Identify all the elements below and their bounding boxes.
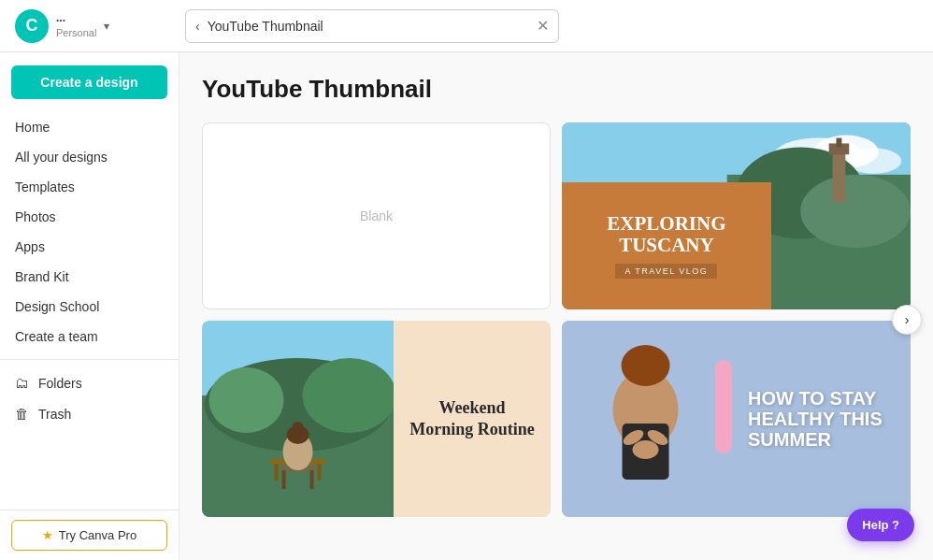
sidebar-item-photos[interactable]: Photos (0, 202, 179, 232)
search-input-value[interactable]: YouTube Thumbnail (208, 19, 529, 34)
sidebar-item-all-designs[interactable]: All your designs (0, 142, 179, 172)
sidebar-item-folders[interactable]: 🗂 Folders (0, 367, 179, 398)
healthy-bg-image (562, 321, 729, 517)
svg-point-23 (293, 422, 304, 433)
svg-point-6 (800, 175, 911, 249)
weekend-text-area: Weekend Morning Routine (394, 321, 551, 517)
weekend-thumbnail[interactable]: Weekend Morning Routine (202, 321, 551, 517)
healthy-title: HOW TO STAY HEALTHY THIS SUMMER (748, 388, 899, 450)
search-bar[interactable]: ‹ YouTube Thumbnail ✕ (185, 9, 559, 43)
search-close-icon[interactable]: ✕ (537, 17, 549, 35)
sidebar-divider (0, 359, 179, 360)
top-bar: C ··· Personal ▾ ‹ YouTube Thumbnail ✕ (0, 0, 933, 52)
weekend-image-part (202, 321, 394, 517)
tuscany-thumbnail[interactable]: EXPLORING TUSCANY A TRAVEL VLOG (562, 122, 911, 309)
blank-thumbnail[interactable]: Blank (202, 122, 551, 309)
sidebar-item-create-team[interactable]: Create a team (0, 322, 179, 352)
svg-point-31 (633, 440, 659, 459)
sidebar-folders-label: Folders (38, 376, 82, 391)
svg-point-14 (303, 358, 395, 433)
sidebar-item-label: Design School (15, 299, 99, 314)
search-back-icon[interactable]: ‹ (195, 19, 200, 34)
sidebar-item-label: All your designs (15, 150, 108, 165)
brand-text: ··· Personal (56, 14, 96, 38)
folder-icon: 🗂 (15, 375, 29, 391)
sidebar-item-label: Photos (15, 209, 56, 224)
weekend-bg-image (202, 321, 394, 517)
sidebar-item-label: Home (15, 120, 50, 135)
brand-name: ··· (56, 14, 96, 27)
sidebar-bottom: ★ Try Canva Pro (0, 510, 179, 560)
svg-point-27 (622, 345, 670, 386)
create-design-button[interactable]: Create a design (11, 65, 167, 99)
sidebar-item-apps[interactable]: Apps (0, 232, 179, 262)
sidebar-item-label: Brand Kit (15, 269, 69, 284)
svg-point-13 (209, 367, 284, 433)
brand-chevron-icon[interactable]: ▾ (104, 20, 109, 33)
sidebar-item-label: Templates (15, 179, 75, 194)
healthy-thumbnail[interactable]: HOW TO STAY HEALTHY THIS SUMMER (562, 321, 911, 517)
tuscany-text-box: EXPLORING TUSCANY A TRAVEL VLOG (562, 182, 771, 309)
weekend-title: Weekend Morning Routine (409, 397, 536, 441)
svg-rect-20 (318, 464, 322, 481)
page-title: YouTube Thumbnail (202, 75, 911, 104)
sidebar-trash-label: Trash (38, 407, 71, 422)
sidebar-item-label: Apps (15, 239, 45, 254)
try-pro-label: Try Canva Pro (59, 528, 136, 542)
help-label: Help ? (862, 518, 899, 532)
star-icon: ★ (42, 528, 53, 542)
svg-rect-16 (282, 470, 286, 489)
sidebar-item-trash[interactable]: 🗑 Trash (0, 398, 179, 429)
sidebar-item-design-school[interactable]: Design School (0, 292, 179, 322)
try-pro-button[interactable]: ★ Try Canva Pro (11, 520, 167, 551)
next-chevron-icon[interactable]: › (892, 305, 922, 335)
sidebar: Create a design Home All your designs Te… (0, 52, 179, 560)
content-area: YouTube Thumbnail › Blank (179, 52, 933, 560)
svg-rect-9 (836, 138, 841, 148)
main-layout: Create a design Home All your designs Te… (0, 52, 933, 560)
healthy-text-area: HOW TO STAY HEALTHY THIS SUMMER (729, 321, 911, 517)
trash-icon: 🗑 (15, 406, 29, 422)
sidebar-item-brand-kit[interactable]: Brand Kit (0, 262, 179, 292)
brand-logo: C (15, 9, 49, 43)
svg-rect-7 (833, 147, 846, 202)
blank-label: Blank (360, 208, 393, 223)
sidebar-item-label: Create a team (15, 329, 98, 344)
sidebar-item-templates[interactable]: Templates (0, 172, 179, 202)
sidebar-item-home[interactable]: Home (0, 112, 179, 142)
brand-area[interactable]: C ··· Personal ▾ (15, 9, 174, 43)
svg-rect-17 (310, 470, 314, 489)
thumbnail-grid: Blank (202, 122, 911, 517)
healthy-image-part (562, 321, 729, 517)
svg-rect-19 (275, 464, 279, 481)
tuscany-title: EXPLORING TUSCANY (573, 213, 760, 256)
brand-sub: Personal (56, 27, 96, 38)
tuscany-subtitle: A TRAVEL VLOG (615, 264, 717, 279)
